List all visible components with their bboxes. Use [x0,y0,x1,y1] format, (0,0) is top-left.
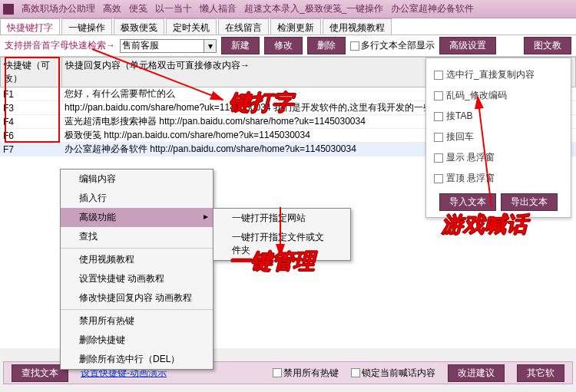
advanced-settings-panel: 选中行_直接复制内容 乱码_修改编码 接TAB 接回车 显示 悬浮窗 置顶 悬浮… [425,58,571,218]
advanced-settings-button[interactable]: 高级设置 [439,37,496,54]
opt-top-float[interactable]: 置顶 悬浮窗 [432,168,564,189]
title-link[interactable]: 超速文本录入_极致便笺_一键操作 [244,2,383,15]
title-link[interactable]: 以一当十 [155,2,192,15]
submenu-open-file[interactable]: 一键打开指定文件或文件夹 [214,228,350,260]
lock-shout-checkbox[interactable]: 锁定当前喊话内容 [351,367,435,380]
checkbox-icon [350,41,359,51]
export-text-button[interactable]: 导出文本 [501,193,558,211]
tab-sticky-notes[interactable]: 极致便笺 [114,18,164,35]
opt-copy-on-select[interactable]: 选中行_直接复制内容 [432,64,564,85]
new-button[interactable]: 新建 [221,37,260,54]
opt-append-tab[interactable]: 接TAB [432,106,564,127]
tab-bar: 快捷键打字 一键操作 极致便笺 定时关机 在线留言 检测更新 使用视频教程 [0,18,576,35]
menu-edit-content-tutorial[interactable]: 修改快捷回复内容 动画教程 [61,288,213,308]
pinyin-search-label: 支持拼音首字母快速检索→ [5,39,115,52]
checkbox-icon [434,174,443,183]
menu-insert-row[interactable]: 插入行 [61,189,213,208]
title-bar: 高效职场办公助理 高效 便笺 以一当十 懒人福音 超速文本录入_极致便笺_一键操… [0,0,576,18]
import-text-button[interactable]: 导入文本 [439,193,496,211]
menu-find[interactable]: 查找 [61,227,213,246]
app-title: 高效职场办公助理 [22,2,95,15]
edit-button[interactable]: 修改 [264,37,303,54]
img-text-button[interactable]: 图文教 [524,37,571,54]
title-link[interactable]: 办公室超神必备软件 [391,2,474,15]
tab-online-msg[interactable]: 在线留言 [218,18,269,35]
tab-shutdown[interactable]: 定时关机 [166,18,217,35]
toolbar: 支持拼音首字母快速检索→ ▾ 新建 修改 删除 多行文本全部显示 高级设置 图文… [0,35,576,57]
tab-video-tutorial[interactable]: 使用视频教程 [323,18,392,35]
checkbox-icon [351,368,360,377]
submenu: 一键打开指定网站 一键打开指定文件或文件夹 [213,208,351,261]
multiline-checkbox[interactable]: 多行文本全部显示 [350,39,435,52]
menu-disable-hotkeys[interactable]: 禁用所有热键 [61,311,213,331]
opt-append-enter[interactable]: 接回车 [432,127,564,147]
menu-delete-shortcut[interactable]: 删除快捷键 [61,331,213,350]
checkbox-icon [434,91,443,100]
menu-video-tutorial[interactable]: 使用视频教程 [61,250,213,269]
menu-set-shortcut-tutorial[interactable]: 设置快捷键 动画教程 [61,269,213,288]
chevron-down-icon[interactable]: ▾ [204,39,217,53]
checkbox-icon [434,112,443,121]
tab-update[interactable]: 检测更新 [270,18,321,35]
checkbox-icon [434,133,443,142]
checkbox-icon [434,153,443,163]
title-link[interactable]: 便笺 [129,2,147,15]
menu-separator [61,309,213,310]
col-shortcut-key: 快捷键（可改） [1,58,62,87]
checkbox-icon [273,368,282,377]
title-link[interactable]: 高效 [103,2,121,15]
search-input[interactable] [120,39,204,53]
opt-show-float[interactable]: 显示 悬浮窗 [432,147,564,168]
menu-advanced[interactable]: 高级功能 ▸ 一键打开指定网站 一键打开指定文件或文件夹 [61,208,213,227]
title-link[interactable]: 懒人福音 [200,2,237,15]
checkbox-icon [434,71,443,80]
opt-fix-encoding[interactable]: 乱码_修改编码 [432,85,564,106]
tab-shortcut-typing[interactable]: 快捷键打字 [0,18,60,35]
context-menu: 编辑内容 插入行 高级功能 ▸ 一键打开指定网站 一键打开指定文件或文件夹 查找… [60,169,214,370]
search-combo[interactable]: ▾ [120,39,217,53]
other-software-button[interactable]: 其它软 [517,364,564,382]
menu-separator [61,248,213,249]
submenu-arrow-icon: ▸ [204,211,208,222]
tab-one-click[interactable]: 一键操作 [61,18,112,35]
disable-all-hotkeys-checkbox[interactable]: 禁用所有热键 [273,367,339,380]
menu-edit-content[interactable]: 编辑内容 [61,170,213,189]
submenu-open-website[interactable]: 一键打开指定网站 [214,209,350,228]
suggest-button[interactable]: 改进建议 [448,364,505,382]
delete-button[interactable]: 删除 [307,37,346,54]
menu-delete-selected[interactable]: 删除所有选中行（DEL） [61,350,213,369]
app-icon [3,4,14,15]
